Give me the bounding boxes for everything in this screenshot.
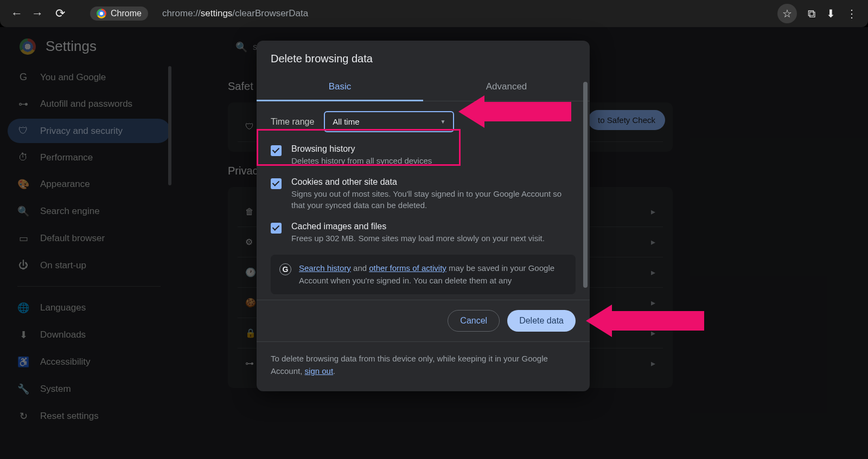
time-range-label: Time range: [271, 117, 314, 127]
check-title: Cookies and other site data: [291, 177, 576, 187]
check-title: Browsing history: [291, 144, 432, 154]
browser-toolbar: ← → ⟳ Chrome chrome://settings/clearBrow…: [0, 0, 868, 27]
time-range-value: All time: [333, 117, 359, 126]
google-icon: G: [279, 263, 291, 275]
check-desc: Deletes history from all synced devices: [291, 155, 432, 166]
check-row: Cookies and other site data Signs you ou…: [271, 177, 576, 211]
cancel-button[interactable]: Cancel: [448, 310, 500, 332]
dialog-body: Time range All time ▼ Browsing history D…: [257, 101, 590, 300]
site-chip[interactable]: Chrome: [90, 7, 148, 21]
check-text: Browsing history Deletes history from al…: [291, 144, 432, 166]
dialog-footer: To delete browsing data from this device…: [257, 341, 590, 391]
chrome-icon: [97, 9, 106, 18]
check-desc: Frees up 302 MB. Some sites may load mor…: [291, 232, 545, 244]
delete-browsing-data-dialog: Delete browsing data Basic Advanced Time…: [257, 41, 590, 391]
bookmark-icon[interactable]: ☆: [777, 4, 797, 23]
time-range-select[interactable]: All time ▼: [324, 111, 454, 132]
checkbox[interactable]: [271, 223, 282, 234]
check-desc: Signs you out of most sites. You'll stay…: [291, 188, 576, 211]
downloads-icon[interactable]: ⬇: [826, 7, 835, 20]
toolbar-right: ☆ ⧉ ⬇ ⋮: [777, 4, 857, 23]
checkbox[interactable]: [271, 178, 282, 189]
check-row: Cached images and files Frees up 302 MB.…: [271, 222, 576, 244]
menu-icon[interactable]: ⋮: [846, 7, 857, 20]
check-row: Browsing history Deletes history from al…: [271, 144, 576, 166]
forward-button[interactable]: →: [31, 7, 43, 21]
address-bar[interactable]: chrome://settings/clearBrowserData: [162, 8, 308, 19]
info-text: Search history and other forms of activi…: [299, 262, 567, 287]
dialog-scrollbar[interactable]: [583, 82, 588, 288]
check-text: Cookies and other site data Signs you ou…: [291, 177, 576, 211]
google-account-info: G Search history and other forms of acti…: [271, 255, 576, 294]
check-text: Cached images and files Frees up 302 MB.…: [291, 222, 545, 244]
search-history-link[interactable]: Search history: [299, 263, 351, 273]
dialog-title: Delete browsing data: [257, 41, 590, 75]
back-button[interactable]: ←: [11, 7, 23, 21]
reload-button[interactable]: ⟳: [55, 7, 65, 21]
other-activity-link[interactable]: other forms of activity: [369, 263, 446, 273]
tab-advanced[interactable]: Advanced: [423, 75, 590, 101]
extensions-icon[interactable]: ⧉: [808, 8, 815, 20]
dialog-tabs: Basic Advanced: [257, 75, 590, 101]
sign-out-link[interactable]: sign out: [305, 366, 334, 376]
delete-data-button[interactable]: Delete data: [507, 310, 576, 332]
check-title: Cached images and files: [291, 222, 545, 231]
tab-basic[interactable]: Basic: [257, 75, 423, 101]
site-chip-label: Chrome: [111, 9, 142, 18]
checkbox[interactable]: [271, 145, 282, 156]
time-range-row: Time range All time ▼: [271, 111, 576, 132]
chevron-down-icon: ▼: [440, 119, 445, 125]
nav-buttons: ← → ⟳: [11, 7, 65, 21]
dialog-actions: Cancel Delete data: [257, 300, 590, 341]
